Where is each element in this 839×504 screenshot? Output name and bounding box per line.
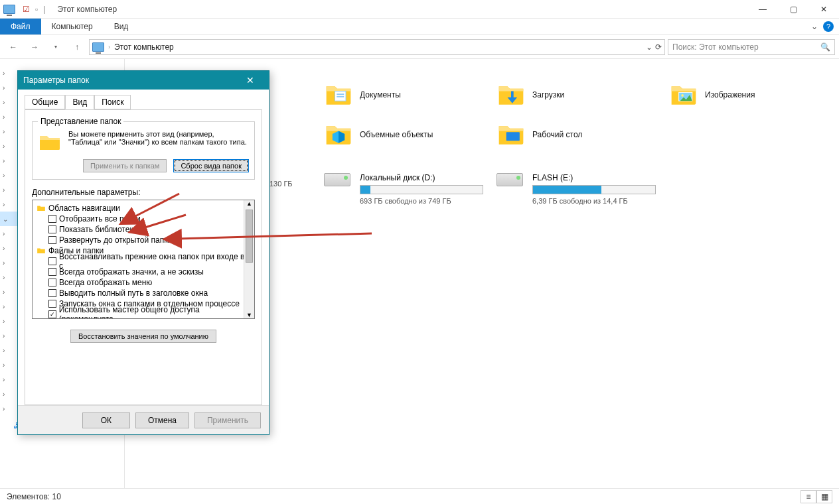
reset-folders-button[interactable]: Сброс вида папок	[173, 159, 249, 172]
tree-check-fullpath[interactable]: Выводить полный путь в заголовке окна	[37, 288, 250, 298]
app-icon	[1, 1, 17, 17]
apply-to-folders-button[interactable]: Применить к папкам	[83, 159, 167, 172]
restore-defaults-button[interactable]: Восстановить значения по умолчанию	[70, 330, 216, 343]
tree-check-expand[interactable]: Развернуть до открытой папки	[37, 235, 250, 245]
dialog-titlebar[interactable]: Параметры папок ✕	[18, 71, 269, 90]
folder-view-fieldset: Представление папок Вы можете применить …	[32, 117, 255, 180]
folder-tile-downloads[interactable]: Загрузки	[496, 78, 656, 112]
fieldset-hint: Вы можете применить этот вид (например, …	[68, 130, 249, 154]
tree-check-sharing[interactable]: ✓Использовать мастер общего доступа (рек…	[37, 309, 250, 319]
drive-tile-c-truncated[interactable]: 130 ГБ	[269, 177, 309, 188]
fieldset-legend: Представление папок	[38, 117, 123, 126]
folder-label: Объемные объекты	[360, 130, 433, 139]
usage-bar	[532, 185, 656, 194]
status-count: Элементов: 10	[7, 492, 61, 501]
nav-history-dropdown[interactable]: ▾	[46, 38, 65, 56]
drive-tile-e[interactable]: FLASH (E:) 6,39 ГБ свободно из 14,4 ГБ	[496, 173, 656, 205]
qat-item[interactable]: ☑	[23, 5, 30, 14]
status-bar: Элементов: 10 ≡ ▦	[0, 488, 839, 504]
dialog-tab-view[interactable]: Вид	[65, 95, 94, 109]
folder-options-dialog: Параметры папок ✕ Общие Вид Поиск Предст…	[17, 70, 269, 435]
folder-icon	[37, 246, 46, 255]
ribbon-file-tab[interactable]: Файл	[0, 19, 41, 34]
window-titlebar: ☑ ▫ | Этот компьютер — ▢ ✕	[0, 0, 839, 19]
view-details-icon[interactable]: ≡	[801, 490, 816, 503]
ribbon-tab-computer[interactable]: Компьютер	[41, 19, 104, 34]
folder-tile-3dobjects[interactable]: Объемные объекты	[324, 117, 483, 152]
drive-label: FLASH (E:)	[532, 173, 656, 182]
nav-forward-button[interactable]: →	[25, 38, 44, 56]
nav-up-button[interactable]: ↑	[68, 38, 86, 56]
svg-rect-2	[337, 96, 344, 97]
drive-free: 6,39 ГБ свободно из 14,4 ГБ	[532, 197, 656, 205]
address-crumb[interactable]: Этот компьютер	[114, 42, 174, 52]
drive-free-truncated: 130 ГБ	[269, 180, 309, 188]
address-separator-icon: ›	[108, 44, 110, 50]
folder-icon	[496, 80, 526, 109]
maximize-button[interactable]: ▢	[778, 0, 808, 19]
dialog-tab-content: Представление папок Вы можете применить …	[25, 109, 262, 405]
apply-button[interactable]: Применить	[194, 412, 261, 428]
svg-point-4	[681, 94, 684, 97]
minimize-button[interactable]: —	[747, 0, 778, 19]
svg-rect-1	[337, 94, 344, 95]
nav-bar: ← → ▾ ↑ › Этот компьютер ⌄ ⟳ Поиск: Этот…	[0, 35, 839, 59]
disk-icon	[496, 173, 526, 194]
drive-label: Локальный диск (D:)	[360, 173, 483, 182]
ribbon-bar: Файл Компьютер Вид ⌄ ?	[0, 19, 839, 35]
search-icon: 🔍	[820, 42, 830, 52]
drive-tile-d[interactable]: Локальный диск (D:) 693 ГБ свободно из 7…	[324, 173, 483, 205]
dialog-close-button[interactable]: ✕	[237, 75, 264, 86]
view-tiles-icon[interactable]: ▦	[816, 490, 832, 503]
tree-check-show-all[interactable]: Отобразить все папки	[37, 214, 250, 224]
dialog-button-row: ОК Отмена Применить	[18, 405, 269, 434]
usage-bar	[360, 185, 483, 194]
dialog-tabs: Общие Вид Поиск	[18, 90, 269, 109]
help-icon[interactable]: ?	[823, 21, 834, 32]
search-placeholder: Поиск: Этот компьютер	[672, 42, 759, 52]
folder-icon	[38, 130, 62, 154]
qat-item[interactable]: ▫	[35, 5, 38, 14]
folder-icon	[669, 80, 698, 109]
tree-group-nav[interactable]: Область навигации	[37, 203, 250, 214]
svg-rect-5	[506, 132, 520, 141]
folder-tile-desktop[interactable]: Рабочий стол	[496, 117, 656, 152]
qat-divider: |	[43, 5, 45, 14]
folder-icon	[496, 120, 526, 149]
folder-icon	[324, 120, 353, 149]
nav-back-button[interactable]: ←	[4, 38, 23, 56]
tree-scrollbar[interactable]: ▲ ▼	[244, 200, 254, 318]
scrollbar-thumb[interactable]	[246, 210, 253, 263]
dialog-tab-search[interactable]: Поиск	[94, 95, 131, 109]
folder-label: Рабочий стол	[532, 130, 582, 139]
ribbon-expand-icon[interactable]: ⌄	[811, 22, 818, 31]
window-title: Этот компьютер	[57, 5, 117, 14]
advanced-tree[interactable]: Область навигации Отобразить все папки П…	[32, 200, 255, 319]
dialog-tab-general[interactable]: Общие	[25, 95, 65, 109]
tree-check-show-libs[interactable]: Показать библиотеки	[37, 224, 250, 235]
dialog-title: Параметры папок	[23, 76, 89, 85]
address-dropdown-icon[interactable]: ⌄	[646, 42, 652, 52]
folder-label: Изображения	[705, 90, 755, 99]
folder-label: Документы	[360, 90, 401, 99]
close-button[interactable]: ✕	[808, 0, 839, 19]
tree-check-restore[interactable]: Восстанавливать прежние окна папок при в…	[37, 256, 250, 267]
tree-check-menu[interactable]: Всегда отображать меню	[37, 277, 250, 288]
folder-tile-pictures[interactable]: Изображения	[669, 78, 828, 112]
ok-button[interactable]: ОК	[82, 412, 130, 428]
drive-free: 693 ГБ свободно из 749 ГБ	[360, 197, 483, 205]
refresh-icon[interactable]: ⟳	[655, 42, 662, 52]
ribbon-tab-view[interactable]: Вид	[104, 19, 139, 34]
cancel-button[interactable]: Отмена	[135, 412, 189, 428]
folder-label: Загрузки	[532, 90, 564, 99]
advanced-label: Дополнительные параметры:	[32, 188, 255, 197]
folder-tile-documents[interactable]: Документы	[324, 78, 483, 112]
address-bar[interactable]: › Этот компьютер ⌄ ⟳	[89, 39, 665, 55]
disk-icon	[324, 173, 353, 194]
folder-icon	[37, 204, 46, 213]
address-icon	[92, 42, 104, 52]
search-input[interactable]: Поиск: Этот компьютер 🔍	[668, 39, 835, 55]
folder-icon	[324, 80, 353, 109]
